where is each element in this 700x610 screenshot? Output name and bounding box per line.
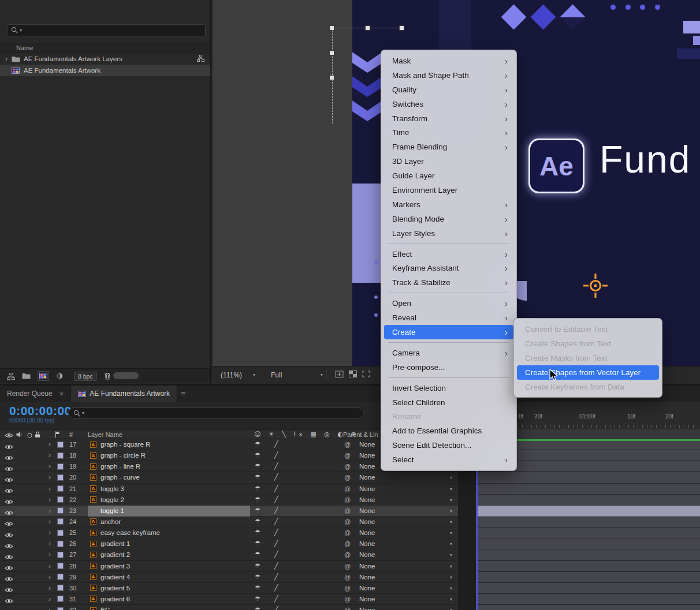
quality-toggle[interactable]: ╱ bbox=[274, 538, 278, 549]
expand-chevron-icon[interactable]: › bbox=[49, 506, 51, 516]
expand-chevron-icon[interactable]: › bbox=[49, 484, 51, 494]
parent-pickwhip-icon[interactable]: @ bbox=[344, 450, 351, 461]
horizontal-scrollbar[interactable] bbox=[113, 372, 139, 379]
label-color-swatch[interactable] bbox=[57, 596, 64, 602]
menu-item-3d-layer[interactable]: 3D Layer bbox=[384, 154, 513, 169]
parent-select[interactable]: None bbox=[359, 583, 375, 593]
track-row-32[interactable] bbox=[478, 605, 700, 610]
layer-name[interactable]: gradient 5 bbox=[100, 583, 130, 593]
menu-item-quality[interactable]: Quality› bbox=[384, 83, 513, 97]
label-color-swatch[interactable] bbox=[57, 518, 64, 525]
mask-vertex-handle[interactable] bbox=[329, 75, 334, 80]
menu-item-switches[interactable]: Switches› bbox=[384, 97, 513, 111]
layer-row-25[interactable]: ›25Aeasy ease keyframe☂╱@None▾ bbox=[0, 527, 458, 538]
layer-row-20[interactable]: ›20Agraph - curve☂╱@None▾ bbox=[0, 472, 458, 483]
parent-select[interactable]: None bbox=[359, 517, 375, 527]
expand-chevron-icon[interactable]: › bbox=[49, 583, 51, 593]
track-row-22[interactable] bbox=[478, 495, 700, 506]
parent-pickwhip-icon[interactable]: @ bbox=[344, 495, 351, 505]
parent-pickwhip-icon[interactable]: @ bbox=[344, 605, 351, 610]
expand-chevron-icon[interactable]: › bbox=[49, 439, 51, 450]
disclosure-chevron-icon[interactable]: › bbox=[2, 55, 10, 63]
adjustment-icon[interactable] bbox=[56, 373, 64, 379]
quality-toggle[interactable]: ╱ bbox=[274, 527, 278, 538]
collapse-transformations-toggle[interactable]: ☂ bbox=[255, 549, 260, 560]
label-color-swatch[interactable] bbox=[57, 530, 64, 536]
quality-toggle[interactable]: ╱ bbox=[274, 549, 278, 560]
menu-item-effect[interactable]: Effect› bbox=[384, 247, 513, 261]
color-depth-button[interactable]: 8 bpc bbox=[74, 372, 97, 381]
label-color-swatch[interactable] bbox=[57, 463, 64, 470]
parent-caret-icon[interactable]: ▾ bbox=[450, 562, 452, 572]
quality-toggle[interactable]: ╱ bbox=[274, 439, 278, 450]
quality-toggle[interactable]: ╱ bbox=[274, 594, 278, 604]
parent-caret-icon[interactable]: ▾ bbox=[450, 473, 452, 483]
parent-pickwhip-icon[interactable]: @ bbox=[344, 583, 351, 593]
layer-name[interactable]: toggle 1 bbox=[100, 506, 124, 516]
label-color-swatch[interactable] bbox=[57, 585, 64, 591]
transparency-grid-icon[interactable] bbox=[349, 371, 357, 379]
quality-toggle[interactable]: ╱ bbox=[274, 450, 278, 461]
menu-item-camera[interactable]: Camera› bbox=[384, 346, 513, 360]
expand-chevron-icon[interactable]: › bbox=[49, 527, 51, 538]
layer-row-31[interactable]: ›31Agradient 6☂╱@None▾ bbox=[0, 594, 458, 605]
parent-select[interactable]: None bbox=[359, 572, 375, 582]
menu-item-scene-edit-detection[interactable]: Scene Edit Detection... bbox=[384, 438, 513, 452]
parent-pickwhip-icon[interactable]: @ bbox=[344, 561, 351, 571]
menu-item-transform[interactable]: Transform› bbox=[384, 111, 513, 126]
layer-name[interactable]: gradient 4 bbox=[100, 572, 130, 582]
parent-select[interactable]: None bbox=[359, 461, 375, 471]
current-timecode[interactable]: 0:00:00:00 bbox=[9, 404, 72, 418]
parent-caret-icon[interactable]: ▾ bbox=[450, 605, 452, 610]
track-row-29[interactable] bbox=[478, 572, 700, 583]
label-color-swatch[interactable] bbox=[57, 541, 64, 547]
collapse-transformations-toggle[interactable]: ☂ bbox=[255, 495, 260, 505]
parent-select[interactable]: None bbox=[359, 439, 375, 450]
parent-pickwhip-icon[interactable]: @ bbox=[344, 527, 351, 538]
track-row-30[interactable] bbox=[478, 583, 700, 594]
track-row-27[interactable] bbox=[478, 549, 700, 560]
expand-chevron-icon[interactable]: › bbox=[49, 594, 51, 604]
search-options-caret-icon[interactable]: ▾ bbox=[20, 28, 22, 33]
panel-menu-icon[interactable]: ≡ bbox=[181, 389, 185, 398]
collapse-transformations-toggle[interactable]: ☂ bbox=[255, 517, 260, 527]
new-folder-button[interactable] bbox=[22, 373, 31, 379]
menu-item-create[interactable]: Create› bbox=[384, 325, 513, 339]
new-composition-button[interactable] bbox=[38, 371, 49, 381]
quality-toggle[interactable]: ╱ bbox=[274, 472, 278, 482]
layer-name[interactable]: gradient 1 bbox=[100, 538, 130, 549]
menu-item-select[interactable]: Select› bbox=[384, 452, 513, 467]
mask-vertex-handle[interactable] bbox=[365, 25, 370, 31]
layer-name[interactable]: graph - square R bbox=[100, 439, 150, 450]
expand-chevron-icon[interactable]: › bbox=[49, 572, 51, 582]
menu-item-pre-compose[interactable]: Pre-compose... bbox=[384, 360, 513, 375]
layer-row-30[interactable]: ›30Agradient 5☂╱@None▾ bbox=[0, 583, 458, 594]
collapse-transformations-toggle[interactable]: ☂ bbox=[255, 572, 260, 582]
expand-chevron-icon[interactable]: › bbox=[49, 605, 51, 610]
region-of-interest-icon[interactable] bbox=[362, 371, 370, 379]
expand-chevron-icon[interactable]: › bbox=[49, 495, 51, 505]
layer-name[interactable]: easy ease keyframe bbox=[100, 527, 160, 538]
expand-chevron-icon[interactable]: › bbox=[49, 517, 51, 527]
collapse-transformations-toggle[interactable]: ☂ bbox=[255, 594, 260, 604]
parent-caret-icon[interactable]: ▾ bbox=[450, 495, 452, 506]
parent-select[interactable]: None bbox=[359, 495, 375, 505]
parent-caret-icon[interactable]: ▾ bbox=[450, 583, 452, 594]
track-row-25[interactable] bbox=[478, 527, 700, 538]
track-row-24[interactable] bbox=[478, 517, 700, 527]
parent-caret-icon[interactable]: ▾ bbox=[450, 517, 452, 527]
menu-item-add-to-essential-graphics[interactable]: Add to Essential Graphics bbox=[384, 424, 513, 438]
parent-caret-icon[interactable]: ▾ bbox=[450, 572, 452, 583]
label-color-swatch[interactable] bbox=[57, 496, 64, 503]
expand-chevron-icon[interactable]: › bbox=[49, 450, 51, 461]
layer-name[interactable]: toggle 3 bbox=[100, 484, 124, 494]
parent-pickwhip-icon[interactable]: @ bbox=[344, 572, 351, 582]
mask-vertex-handle[interactable] bbox=[329, 50, 334, 55]
menu-item-frame-blending[interactable]: Frame Blending› bbox=[384, 140, 513, 154]
parent-pickwhip-icon[interactable]: @ bbox=[344, 517, 351, 527]
expand-chevron-icon[interactable]: › bbox=[49, 549, 51, 560]
search-options-caret-icon[interactable]: ▾ bbox=[82, 411, 84, 416]
parent-select[interactable]: None bbox=[359, 484, 375, 494]
menu-item-time[interactable]: Time› bbox=[384, 125, 513, 140]
parent-pickwhip-icon[interactable]: @ bbox=[344, 461, 351, 471]
